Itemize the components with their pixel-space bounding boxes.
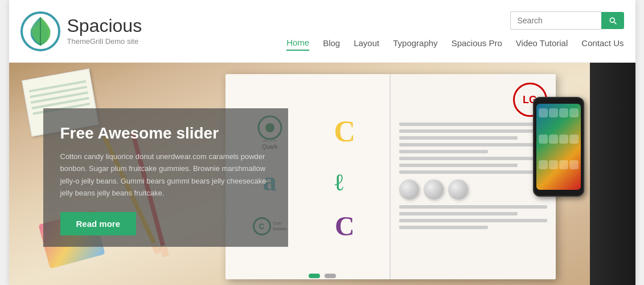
hero-slider: Quark Quark C a — [9, 63, 635, 285]
text-line-11 — [399, 219, 547, 222]
book-right-page: LG — [391, 74, 556, 279]
text-line-4 — [399, 143, 547, 146]
app-icon-6 — [549, 135, 558, 144]
logo-area: Spacious ThemeGrill Demo site — [20, 11, 142, 51]
nav-item-contact-us[interactable]: Contact Us — [581, 36, 624, 50]
site-logo-icon — [20, 11, 60, 51]
app-icon-5 — [539, 135, 548, 144]
leaf-logo: ℓ — [311, 163, 378, 199]
slider-dots — [309, 274, 336, 278]
dot-circle-1 — [399, 180, 419, 199]
slider-title: Free Awesome slider — [60, 124, 271, 142]
text-line-12 — [399, 226, 488, 229]
site-title: Spacious — [67, 16, 142, 36]
app-icon-11 — [559, 160, 568, 169]
app-icon-3 — [559, 108, 568, 117]
dot-circle-3 — [448, 180, 468, 199]
nav-item-video-tutorial[interactable]: Video Tutorial — [516, 36, 568, 50]
book-text-lines — [399, 123, 547, 174]
header-right: Home Blog Layout Typography Spacious Pro… — [286, 11, 624, 51]
site-tagline: ThemeGrill Demo site — [67, 37, 139, 46]
slider-dot-2[interactable] — [325, 274, 336, 278]
app-icon-2 — [549, 108, 558, 117]
dot-circle-2 — [424, 180, 444, 199]
search-button[interactable] — [601, 12, 624, 29]
slider-overlay: Free Awesome slider Cotton candy liquori… — [43, 108, 288, 247]
book-text-lines-2 — [399, 205, 547, 229]
app-icon-4 — [569, 108, 579, 117]
site-header: Spacious ThemeGrill Demo site Home Blog … — [9, 0, 635, 63]
dots-section — [399, 180, 547, 199]
app-icon-1 — [539, 108, 548, 117]
slider-dot-1[interactable] — [309, 274, 320, 278]
search-area — [510, 11, 624, 30]
text-line-7 — [399, 164, 518, 167]
phone-screen — [536, 104, 581, 190]
c-purple-logo: C — [311, 208, 378, 245]
nav-item-spacious-pro[interactable]: Spacious Pro — [452, 36, 502, 50]
nav-item-layout[interactable]: Layout — [354, 36, 379, 50]
search-icon — [608, 16, 617, 25]
text-line-1 — [399, 123, 547, 126]
app-icon-10 — [549, 160, 558, 169]
text-line-8 — [399, 170, 547, 174]
app-icon-9 — [539, 160, 548, 169]
text-line-9 — [399, 205, 547, 209]
leaf-icon: ℓ — [333, 168, 356, 195]
logo-text: Spacious ThemeGrill Demo site — [67, 16, 142, 46]
text-line-5 — [399, 150, 488, 153]
text-line-2 — [399, 129, 547, 133]
search-input[interactable] — [510, 11, 601, 30]
main-nav: Home Blog Layout Typography Spacious Pro… — [286, 35, 624, 51]
read-more-button[interactable]: Read more — [60, 212, 137, 235]
app-icon-7 — [559, 135, 568, 144]
right-dark-panel — [590, 63, 635, 285]
c-yellow-logo: C — [311, 109, 378, 154]
text-line-3 — [399, 136, 518, 140]
nav-item-blog[interactable]: Blog — [323, 36, 340, 50]
svg-text:ℓ: ℓ — [333, 169, 344, 195]
slider-body: Cotton candy liquorice donut unerdwear.c… — [60, 150, 271, 199]
nav-item-typography[interactable]: Typography — [393, 36, 437, 50]
app-icon-12 — [569, 160, 579, 169]
nav-item-home[interactable]: Home — [286, 35, 309, 51]
text-line-10 — [399, 212, 518, 215]
text-line-6 — [399, 157, 547, 160]
phone-decoration — [533, 97, 584, 197]
app-icon-8 — [569, 135, 579, 144]
